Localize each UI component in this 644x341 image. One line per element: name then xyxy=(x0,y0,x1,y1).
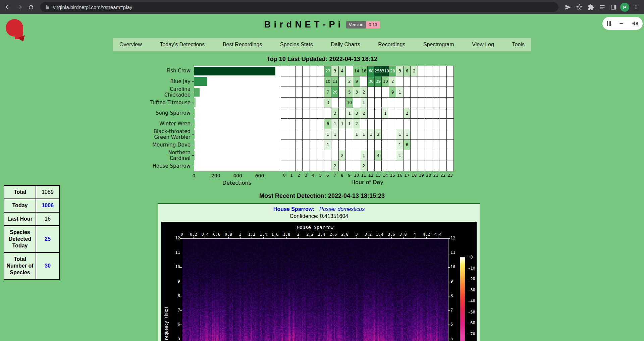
stats-value-link[interactable]: 30 xyxy=(45,263,51,269)
heatmap-cell xyxy=(296,87,303,98)
profile-avatar-letter: P xyxy=(623,4,626,10)
nav-item-daily-charts[interactable]: Daily Charts xyxy=(331,42,360,48)
profile-avatar[interactable]: P xyxy=(620,3,629,12)
heatmap-cell xyxy=(368,119,375,129)
side-panel-icon[interactable] xyxy=(609,2,618,12)
spectrogram-x-tick: 2.4 xyxy=(318,232,325,237)
spectrogram-x-tickmark xyxy=(415,237,415,238)
species-label: Black-throated Green Warbler xyxy=(146,129,191,140)
hour-axis-tick: 10 xyxy=(353,172,360,178)
heatmap-cell: 2 xyxy=(353,119,360,129)
detection-confidence: Confidence: 0.41351604 xyxy=(158,213,480,219)
spectrogram-y-tickmark xyxy=(180,339,182,339)
reload-icon[interactable] xyxy=(26,2,36,12)
heatmap-cell: 14 xyxy=(353,66,360,76)
spectrogram-x-tick: 4.2 xyxy=(423,232,430,237)
bookmark-star-icon[interactable] xyxy=(575,2,584,12)
heatmap-cell xyxy=(447,108,454,119)
site-info-lock-icon[interactable] xyxy=(45,5,50,9)
heatmap-cell xyxy=(296,76,303,87)
spectrogram-y-tickmark xyxy=(180,267,182,268)
nav-item-view-log[interactable]: View Log xyxy=(472,42,494,48)
pause-button[interactable] xyxy=(607,21,611,26)
chart-row: Black-throated Green Warbler11111211 xyxy=(146,129,454,140)
heatmap-cell xyxy=(447,66,454,76)
heatmap-cell: 27 xyxy=(324,66,331,76)
nav-item-best-recordings[interactable]: Best Recordings xyxy=(223,42,262,48)
hour-axis-tick: 23 xyxy=(447,172,454,178)
heatmap-cell xyxy=(389,108,396,119)
spectrogram-x-tickmark xyxy=(263,237,264,238)
bar-axis-tick: 400 xyxy=(233,173,242,178)
stats-row: Today1006 xyxy=(4,199,59,212)
hour-axis-tick: 13 xyxy=(375,172,382,178)
nav-item-recordings[interactable]: Recordings xyxy=(378,42,405,48)
extensions-icon[interactable] xyxy=(586,2,595,12)
hour-tick-row: 01234567891011121314151617181920212223 xyxy=(281,172,454,178)
spectrogram-x-tick: 1.2 xyxy=(248,232,255,237)
version-badge: Version 0.13 xyxy=(346,21,380,29)
spectrogram-x-tickmark xyxy=(205,237,205,238)
nav-item-species-stats[interactable]: Species Stats xyxy=(280,42,313,48)
spectrogram-y-tickmark xyxy=(448,296,450,296)
colorbar-tick: -20 xyxy=(468,277,475,281)
stats-label: Today xyxy=(4,199,36,212)
hour-axis-tick: 1 xyxy=(288,172,296,178)
colorbar-tick: +0 xyxy=(468,255,473,260)
spectrogram-x-tick: 3 xyxy=(355,232,358,237)
heatmap-cell xyxy=(310,161,317,172)
heatmap-cell xyxy=(339,108,346,119)
hour-axis-tick: 6 xyxy=(324,172,331,178)
heatmap-cell xyxy=(389,98,396,108)
menu-kebab-icon[interactable] xyxy=(631,2,641,12)
heatmap-cell xyxy=(425,98,432,108)
forward-icon[interactable] xyxy=(15,2,24,12)
detections-bar xyxy=(194,98,196,107)
spectrogram-x-tickmark xyxy=(322,237,322,238)
nav-item-today-s-detections[interactable]: Today's Detections xyxy=(160,42,205,48)
nav-item-overview[interactable]: Overview xyxy=(119,42,142,48)
heatmap-cell xyxy=(353,150,360,161)
heatmap-cell xyxy=(303,76,310,87)
heatmap-cell xyxy=(404,119,411,129)
volume-icon[interactable] xyxy=(632,20,638,27)
heatmap-cell: 1 xyxy=(346,119,353,129)
heatmap-cell xyxy=(382,119,389,129)
spectrogram-y-tickmark xyxy=(180,325,182,325)
spectrogram-y-tickmark xyxy=(448,253,450,253)
heatmap-cell: 2 xyxy=(360,108,367,119)
chart-row: Carolina Chickadee72653291 xyxy=(146,87,454,98)
nav-item-spectrogram[interactable]: Spectrogram xyxy=(423,42,454,48)
spectrogram-x-tick: 1.6 xyxy=(271,232,279,237)
species-label: Song Sparrow xyxy=(146,110,191,116)
stats-value-link[interactable]: 1006 xyxy=(42,203,54,208)
spectrogram-x-tickmark xyxy=(345,237,345,238)
spectrogram-x-tick: 1.8 xyxy=(283,232,290,237)
heatmap-cell xyxy=(281,140,288,151)
hour-axis-tick: 18 xyxy=(411,172,418,178)
spectrogram-y-tick: 5 xyxy=(172,336,180,341)
heatmap-cell: 5 xyxy=(346,87,353,98)
heatmap-cell xyxy=(353,140,360,151)
heatmap-cell xyxy=(432,119,439,129)
spectrogram-x-tickmark xyxy=(438,237,438,238)
nav-item-tools[interactable]: Tools xyxy=(512,42,525,48)
player-timeline[interactable] xyxy=(620,23,623,24)
heatmap-cell xyxy=(375,119,382,129)
spectrogram-x-tick: 3.6 xyxy=(388,232,395,237)
reading-list-icon[interactable] xyxy=(597,2,607,12)
back-icon[interactable] xyxy=(3,2,13,12)
send-icon[interactable] xyxy=(563,2,573,12)
main-nav: OverviewToday's DetectionsBest Recording… xyxy=(113,38,531,51)
address-bar[interactable]: virginia.birdnetpi.com/?stream=play xyxy=(40,2,558,12)
hour-axis-tick: 12 xyxy=(367,172,375,178)
colorbar-tick: -50 xyxy=(468,310,475,315)
stats-value-link[interactable]: 25 xyxy=(45,236,51,242)
heatmap-cell: 28 xyxy=(389,66,396,76)
heatmap-cell: 1 xyxy=(324,140,331,151)
heatmap-cell xyxy=(418,108,425,119)
spectrogram-x-tick: 2.8 xyxy=(341,232,348,237)
heat-axis-label: Hour of Day xyxy=(281,179,454,185)
stats-row: Last Hour16 xyxy=(4,212,59,226)
detection-species-link[interactable]: House Sparrow: xyxy=(273,206,315,212)
